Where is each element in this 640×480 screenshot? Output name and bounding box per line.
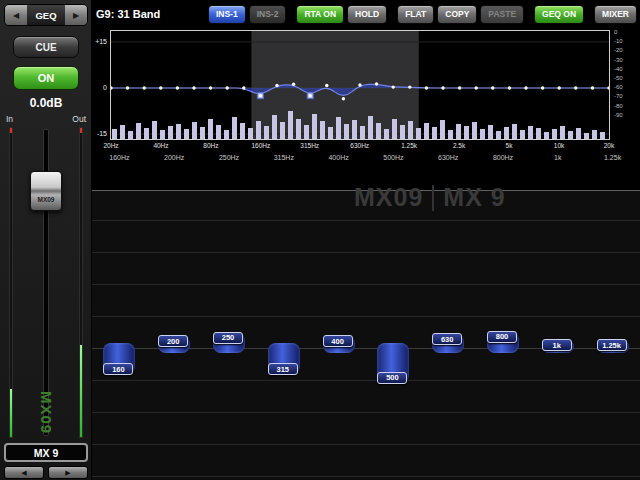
rta-on-button[interactable]: RTA ON <box>296 5 344 24</box>
band-freq-label: 500Hz <box>366 154 421 161</box>
mixer-button[interactable]: MIXER <box>594 5 637 24</box>
next-processor-button[interactable]: ▶ <box>65 5 87 25</box>
meter-in-label: In <box>6 114 13 124</box>
prev-channel-button[interactable]: ◀ <box>4 466 44 479</box>
geq-band-fader-200[interactable]: 200 <box>147 191 202 480</box>
band-freq-label: 315Hz <box>256 154 311 161</box>
rta-scale-label: -60 <box>614 84 639 90</box>
geq-band-fader-1-25k[interactable]: 1.25k <box>585 191 640 480</box>
geq-band-fader-800[interactable]: 800 <box>476 191 531 480</box>
rta-scale-label: -30 <box>614 57 639 63</box>
fader-cap[interactable]: MX09 <box>30 171 62 211</box>
processor-label: GEQ <box>27 5 65 25</box>
band-fader-handle[interactable]: 250 <box>213 332 243 344</box>
band-freq-label: 250Hz <box>202 154 257 161</box>
geq-band-fader-160[interactable]: 160 <box>92 191 147 480</box>
channel-fader[interactable]: MX09 MX09 <box>0 127 92 438</box>
geq-band-fader-400[interactable]: 400 <box>311 191 366 480</box>
next-channel-button[interactable]: ▶ <box>48 466 88 479</box>
meter-labels: In Out <box>6 114 86 124</box>
freq-axis-label: 20k <box>592 142 626 149</box>
header-buttons: INS-1INS-2RTA ONHOLDFLATCOPYPASTEGEQ ONM… <box>205 5 637 24</box>
copy-button[interactable]: COPY <box>437 5 477 24</box>
channel-sidebar: ◀ GEQ ▶ CUE ON 0.0dB In Out MX09 MX09 <box>0 0 92 480</box>
prev-processor-button[interactable]: ◀ <box>5 5 27 25</box>
freq-axis-label: 40Hz <box>144 142 178 149</box>
band-freq-label: 1k <box>530 154 585 161</box>
freq-axis-label: 1.25k <box>392 142 426 149</box>
rta-scale-label: -70 <box>614 93 639 99</box>
db-scale-label: 0 <box>92 84 107 91</box>
band-freq-label: 630Hz <box>421 154 476 161</box>
ins-1-button[interactable]: INS-1 <box>208 5 246 24</box>
band-fader-handle[interactable]: 800 <box>487 331 517 343</box>
band-fader-handle[interactable]: 160 <box>103 363 133 375</box>
geq-band-fader-1k[interactable]: 1k <box>530 191 585 480</box>
freq-axis-label: 315Hz <box>293 142 327 149</box>
eq-graph[interactable] <box>110 30 610 140</box>
freq-axis-label: 630Hz <box>343 142 377 149</box>
rta-scale-label: -80 <box>614 103 639 109</box>
cue-button[interactable]: CUE <box>13 36 79 58</box>
output-level-meter <box>79 127 83 438</box>
rta-scale-label: -40 <box>614 66 639 72</box>
channel-nav: ◀ ▶ <box>4 466 88 479</box>
freq-axis-label: 20Hz <box>94 142 128 149</box>
freq-axis-label: 2.5k <box>442 142 476 149</box>
channel-on-button[interactable]: ON <box>13 66 79 90</box>
rta-scale-label: -50 <box>614 75 639 81</box>
band-fader-handle[interactable]: 500 <box>377 372 407 384</box>
paste-button: PASTE <box>480 5 524 24</box>
page-title: G9: 31 Band <box>96 8 160 20</box>
band-fader-handle[interactable]: 315 <box>268 363 298 375</box>
freq-axis-label: 10k <box>542 142 576 149</box>
geq-on-button[interactable]: GEQ ON <box>534 5 584 24</box>
meter-peak-segment <box>80 128 82 133</box>
meter-level-segment <box>10 389 12 437</box>
flat-button[interactable]: FLAT <box>397 5 434 24</box>
geq-band-fader-250[interactable]: 250 <box>202 191 257 480</box>
meter-level-segment <box>80 345 82 437</box>
freq-axis-label: 160Hz <box>244 142 278 149</box>
band-fader-handle[interactable]: 630 <box>432 333 462 345</box>
meter-peak-segment <box>10 128 12 133</box>
rta-scale-label: -20 <box>614 47 639 53</box>
band-freq-label: 200Hz <box>147 154 202 161</box>
processor-selector: ◀ GEQ ▶ <box>4 4 88 26</box>
geq-main: G9: 31 Band INS-1INS-2RTA ONHOLDFLATCOPY… <box>92 0 640 480</box>
input-level-meter <box>9 127 13 438</box>
band-freq-label: 160Hz <box>92 154 147 161</box>
db-scale-label: -15 <box>92 130 107 137</box>
geq-header: G9: 31 Band INS-1INS-2RTA ONHOLDFLATCOPY… <box>92 0 640 28</box>
hold-button[interactable]: HOLD <box>347 5 387 24</box>
ins-2-button[interactable]: INS-2 <box>249 5 287 24</box>
eq-graph-canvas <box>111 31 609 139</box>
freq-axis-label: 5k <box>492 142 526 149</box>
geq-band-fader-630[interactable]: 630 <box>421 191 476 480</box>
band-freq-label: 400Hz <box>311 154 366 161</box>
band-fader-handle[interactable]: 400 <box>323 335 353 347</box>
band-fader-handle[interactable]: 1k <box>542 339 572 351</box>
geq-band-fader-500[interactable]: 500 <box>366 191 421 480</box>
fader-value: 0.0dB <box>0 96 92 110</box>
channel-name-vertical: MX09 <box>38 391 55 434</box>
rta-scale-label: -10 <box>614 38 639 44</box>
rta-scale-label: -90 <box>614 112 639 118</box>
channel-name-box: MX 9 <box>4 443 88 462</box>
rta-scale-label: 0 <box>614 29 639 35</box>
band-freq-label: 1.25k <box>585 154 640 161</box>
geq-band-fader-315[interactable]: 315 <box>256 191 311 480</box>
band-freq-label: 800Hz <box>476 154 531 161</box>
band-fader-handle[interactable]: 200 <box>158 335 188 347</box>
freq-axis-label: 80Hz <box>194 142 228 149</box>
band-fader-handle[interactable]: 1.25k <box>597 339 627 351</box>
band-fader-area: MX09 MX 9 1602002503154005006308001k1.25… <box>92 190 640 480</box>
geq-screen: ◀ GEQ ▶ CUE ON 0.0dB In Out MX09 MX09 <box>0 0 640 480</box>
meter-out-label: Out <box>72 114 86 124</box>
db-scale-label: +15 <box>92 38 107 45</box>
fader-cap-label: MX09 <box>38 196 55 203</box>
